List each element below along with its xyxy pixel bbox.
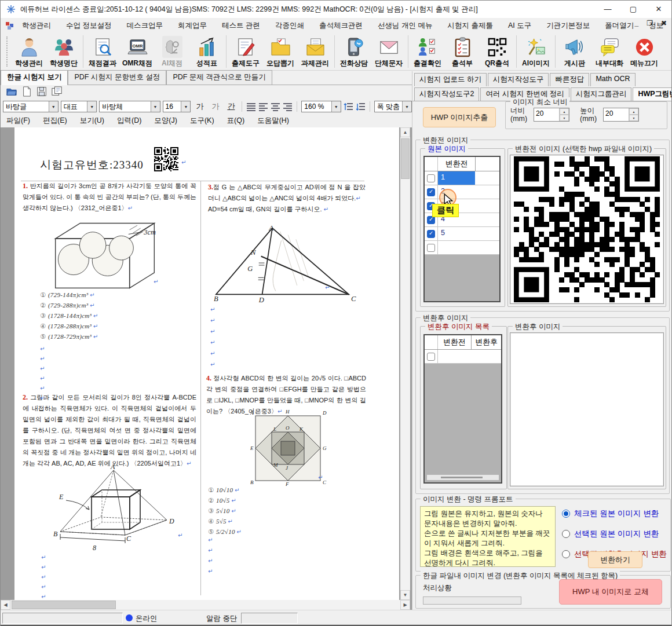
align-justify-icon[interactable] [246, 101, 256, 112]
original-image-table[interactable]: 변환전 12345 [423, 156, 501, 302]
checkbox-cell[interactable] [425, 171, 438, 185]
toolbar-button-task[interactable]: 과제관리 [298, 33, 333, 70]
new-document-icon[interactable] [21, 86, 32, 99]
mdi-restore-button[interactable]: ❐ [647, 19, 653, 27]
menu-item-수업 정보설정[interactable]: 수업 정보설정 [66, 21, 111, 31]
toolbar-button-qr-attend[interactable]: QR출석 [480, 33, 514, 70]
width-spinner[interactable]: 20 [534, 108, 569, 122]
scroll-left-icon[interactable]: ◀ [1, 600, 10, 610]
hwp-menu-표(Q)[interactable]: 표(Q) [227, 116, 245, 126]
line-spacing-increase-icon[interactable] [356, 101, 366, 112]
align-left-icon[interactable] [258, 101, 268, 112]
dropdown-arrow-icon[interactable] [402, 101, 411, 112]
checkbox-cell[interactable] [425, 185, 438, 199]
mdi-minimize-button[interactable]: _ [634, 19, 638, 27]
menu-item-기관기본정보[interactable]: 기관기본정보 [546, 21, 590, 31]
font-size-dropdown[interactable]: 16 [163, 101, 191, 112]
menu-item-폴더열기[interactable]: 폴더열기 [605, 21, 634, 31]
hwp-menu-도구(K)[interactable]: 도구(K) [190, 116, 214, 126]
menu-item-각종인쇄[interactable]: 각종인쇄 [275, 21, 304, 31]
line-spacing-decrease-icon[interactable] [344, 101, 353, 112]
tab-한글 시험지 보기[interactable]: 한글 시험지 보기 [1, 70, 68, 85]
toolbar-button-wrong-pick[interactable]: 오답뽑기 [263, 33, 298, 70]
prompt-textarea[interactable]: 그림 원본은 유지하고, 원본의 숫자나 문자내용은 변경하지 말아줘. 손으로… [420, 506, 556, 567]
style-preset-dropdown[interactable]: 대표 [61, 101, 97, 112]
alarm-field[interactable] [241, 613, 298, 624]
radio-button[interactable] [562, 530, 570, 538]
menu-item-학생관리[interactable]: 학생관리 [22, 21, 51, 31]
spinner-arrows-icon[interactable] [559, 108, 569, 121]
hwp-menu-입력(D)[interactable]: 입력(D) [117, 116, 141, 126]
tab-시험지그룹관리[interactable]: 시험지그룹관리 [571, 87, 632, 101]
replace-in-hwp-button[interactable]: HWP 내 이미지로 교체 [559, 579, 662, 605]
hwp-menu-보기(U)[interactable]: 보기(U) [80, 116, 104, 126]
dropdown-arrow-icon[interactable] [87, 101, 96, 112]
tab-PDF 문제 객관식으로 만들기[interactable]: PDF 문제 객관식으로 만들기 [166, 70, 272, 85]
minimize-button[interactable]: — [595, 1, 620, 17]
dropdown-arrow-icon[interactable] [331, 101, 341, 112]
menu-item-AI 도구[interactable]: AI 도구 [508, 21, 531, 31]
hwp-menu-파일(F)[interactable]: 파일(F) [6, 116, 30, 126]
menu-item-데스크업무[interactable]: 데스크업무 [126, 21, 163, 31]
document-horizontal-scrollbar[interactable]: ◀ ▶ [1, 600, 410, 610]
zoom-dropdown[interactable]: 160 % [301, 101, 341, 112]
dropdown-arrow-icon[interactable] [151, 101, 160, 112]
radio-option[interactable]: 선택된 원본 이미지 변환 [562, 529, 667, 539]
checkbox-cell[interactable] [425, 241, 438, 254]
dropdown-arrow-icon[interactable] [181, 101, 190, 112]
toolbar-button-ai-grading[interactable]: AI채점 [155, 33, 189, 70]
open-folder-icon[interactable] [6, 86, 17, 99]
menu-item-출석체크관련[interactable]: 출석체크관련 [319, 21, 363, 31]
toolbar-button-internal-chat[interactable]: 내부대화 [592, 33, 627, 70]
original-image-row[interactable]: 5 [425, 227, 499, 241]
toolbar-button-attendance-check[interactable]: 출결확인 [410, 33, 445, 70]
tab-빠른정답[interactable]: 빠른정답 [550, 73, 589, 86]
menu-item-회계업무[interactable]: 회계업무 [178, 21, 207, 31]
maximize-button[interactable]: ▢ [620, 1, 646, 17]
convert-button[interactable]: 변환하기 [588, 551, 642, 568]
exam-page[interactable]: 시험고유번호:23340 1. 반지름의 길이가 3cm인 공 8개가 사각기둥… [14, 127, 399, 600]
scrollbar-thumb[interactable] [12, 601, 116, 609]
scroll-right-icon[interactable]: ▶ [400, 600, 410, 610]
font-dropdown[interactable]: 바탕체 [99, 101, 160, 112]
hwp-menu-편집(E)[interactable]: 편집(E) [43, 116, 67, 126]
original-image-row[interactable]: 1 [425, 171, 499, 185]
tab-Math OCR[interactable]: Math OCR [590, 73, 635, 86]
tab-시험지작성도구2[interactable]: 시험지작성도구2 [414, 87, 479, 101]
toolbar-button-students[interactable]: 학생명단 [46, 33, 81, 70]
bold-button[interactable]: 가 [193, 101, 206, 112]
scrollbar-thumb[interactable] [441, 477, 483, 478]
tab-PDF 시험지 문항번호 설정[interactable]: PDF 시험지 문항번호 설정 [68, 70, 166, 85]
tab-HWP그림변환[interactable]: HWP그림변환 [633, 87, 672, 101]
original-image-row[interactable]: 2 [425, 185, 499, 199]
scrollbar-thumb[interactable] [401, 138, 410, 179]
scroll-up-icon[interactable]: ▲ [400, 127, 410, 137]
checkbox[interactable] [427, 174, 435, 182]
checkbox[interactable] [427, 188, 435, 196]
checkbox[interactable] [427, 230, 435, 238]
checkbox[interactable] [427, 244, 435, 252]
toolbar-button-omr[interactable]: OMROMR채점 [120, 33, 155, 70]
after-image-row[interactable] [425, 350, 501, 364]
after-image-table[interactable]: 변환전 변환후 [423, 334, 502, 484]
toolbar-button-bulletin[interactable]: 게시판 [557, 33, 592, 70]
spinner-arrows-icon[interactable] [629, 108, 638, 121]
hwp-menu-모양(J)[interactable]: 모양(J) [154, 116, 177, 126]
radio-button[interactable] [562, 510, 570, 518]
table-horizontal-scrollbar[interactable] [427, 475, 499, 480]
radio-button[interactable] [562, 550, 570, 558]
fit-width-dropdown[interactable]: 폭 맞춤 [374, 101, 412, 112]
italic-button[interactable]: 가 [209, 101, 222, 112]
save-as-icon[interactable] [52, 86, 62, 99]
height-spinner[interactable]: 20 [603, 108, 639, 122]
checkbox-cell[interactable] [425, 227, 438, 240]
original-image-row[interactable] [425, 241, 499, 255]
tab-시험지작성도구[interactable]: 시험지작성도구 [488, 73, 549, 86]
toolbar-button-report-chart[interactable]: 성적표 [189, 33, 224, 70]
underline-button[interactable]: 간 [224, 101, 238, 112]
toolbar-button-student[interactable]: 학생관리 [12, 33, 46, 70]
paragraph-style-dropdown[interactable]: 바탕글 [3, 101, 59, 112]
toolbar-button-roster[interactable]: 출석부 [445, 33, 480, 70]
toolbar-drag-handle[interactable] [6, 36, 10, 67]
menu-item-테스트 관련[interactable]: 테스트 관련 [222, 21, 260, 31]
